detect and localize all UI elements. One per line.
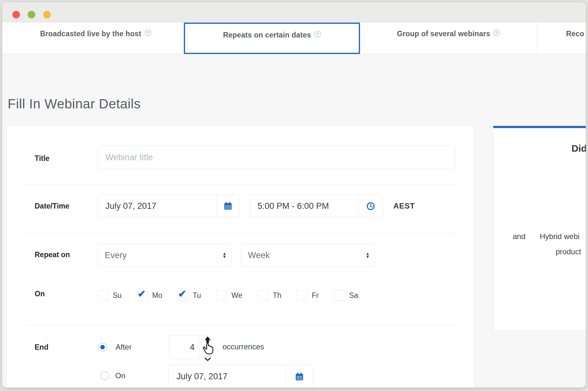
end-date-field <box>169 364 313 388</box>
title-label: Title <box>35 154 50 163</box>
tab-group-of-several-webinars[interactable]: Group of several webinars ? <box>360 23 537 54</box>
weekday-label: Su <box>113 291 122 300</box>
window-titlebar <box>2 2 586 23</box>
days-label: On <box>35 290 45 298</box>
weekday-mo[interactable]: ✔ Mo <box>137 290 162 301</box>
weekday-label: Fr <box>312 291 319 300</box>
tab-repeats-on-certain-dates[interactable]: Repeats on certain dates ? <box>184 23 360 54</box>
clock-icon <box>366 202 375 210</box>
repeat-interval-select[interactable]: Every ▲▼ <box>97 244 232 267</box>
checkbox[interactable]: ✔ <box>216 290 227 301</box>
webinar-title-input[interactable] <box>98 153 455 162</box>
tab-label: Repeats on certain dates <box>223 31 311 53</box>
end-after-label: After <box>116 343 132 352</box>
app-window: Broadcasted live by the host ? Repeats o… <box>2 2 586 388</box>
row-divider <box>26 326 455 326</box>
tab-recorded[interactable]: Reco <box>537 23 586 54</box>
row-divider <box>26 233 455 233</box>
checkbox[interactable]: ✔ <box>257 290 268 301</box>
weekday-su[interactable]: ✔ Su <box>97 290 122 301</box>
time-range-field <box>250 195 383 217</box>
close-window-icon[interactable] <box>12 11 20 18</box>
end-label: End <box>35 343 48 352</box>
checkbox[interactable]: ✔ <box>297 290 307 301</box>
panel-text-and: and <box>513 232 525 241</box>
webinar-type-tabbar: Broadcasted live by the host ? Repeats o… <box>2 23 586 54</box>
calendar-icon <box>295 373 304 381</box>
zoom-window-icon[interactable] <box>43 11 51 18</box>
occurrences-suffix: occurrences <box>223 342 264 351</box>
title-input-box <box>97 146 455 169</box>
row-divider <box>26 185 455 185</box>
datetime-label: Date/Time <box>35 202 70 210</box>
select-spinner-icon: ▲▼ <box>361 252 375 258</box>
weekday-tu[interactable]: ✔ Tu <box>177 290 201 301</box>
start-date-input[interactable] <box>98 201 216 211</box>
checkbox[interactable]: ✔ <box>137 290 148 301</box>
checkbox[interactable]: ✔ <box>334 290 345 301</box>
start-date-field <box>97 195 239 217</box>
radio-dot <box>100 345 105 349</box>
count-cell <box>169 342 199 352</box>
weekday-we[interactable]: ✔ We <box>216 290 242 301</box>
repeat-interval-value: Every <box>98 250 217 260</box>
end-on-label: On <box>115 371 125 380</box>
checkmark-icon: ✔ <box>137 288 146 300</box>
end-after-radio[interactable] <box>98 343 107 352</box>
weekday-th[interactable]: ✔ Th <box>257 290 281 301</box>
timezone-label: AEST <box>393 202 415 210</box>
weekday-label: Tu <box>193 291 201 300</box>
webinar-details-card: Title Date/Time <box>6 126 474 388</box>
weekday-label: Mo <box>152 291 162 300</box>
time-picker-button[interactable] <box>358 195 383 217</box>
weekday-label: Th <box>273 291 281 300</box>
select-spinner-icon: ▲▼ <box>217 252 231 258</box>
tab-broadcasted-live[interactable]: Broadcasted live by the host ? <box>7 23 184 54</box>
did-you-know-panel <box>493 126 586 331</box>
panel-text-product: product <box>556 247 581 256</box>
weekday-label: Sa <box>349 291 358 300</box>
end-date-input[interactable] <box>169 372 286 381</box>
date-picker-button[interactable] <box>216 195 239 217</box>
weekday-label: We <box>231 291 242 300</box>
calendar-icon <box>224 202 232 210</box>
panel-text-hybrid[interactable]: Hybrid webi <box>540 232 579 241</box>
weekday-sa[interactable]: ✔ Sa <box>334 290 358 301</box>
tab-label: Reco <box>566 30 584 54</box>
tab-label: Group of several webinars <box>397 30 490 54</box>
repeat-unit-value: Week <box>241 250 361 260</box>
page-title: Fill In Webinar Details <box>8 96 141 112</box>
weekday-fr[interactable]: ✔ Fr <box>297 290 319 301</box>
repeat-on-label: Repeat on <box>35 250 70 259</box>
tab-label: Broadcasted live by the host <box>40 30 141 54</box>
weekday-checkbox-row: ✔ Su ✔ Mo ✔ Tu ✔ We ✔ Th ✔ Fr <box>97 290 358 301</box>
help-icon[interactable]: ? <box>144 30 151 36</box>
checkbox[interactable]: ✔ <box>97 290 108 301</box>
checkbox[interactable]: ✔ <box>177 290 188 301</box>
end-date-picker-button[interactable] <box>286 365 313 388</box>
help-icon[interactable]: ? <box>314 31 321 38</box>
mouse-cursor-icon <box>200 336 215 361</box>
occurrence-count-input[interactable] <box>169 342 199 352</box>
time-range-input[interactable] <box>250 201 358 211</box>
end-on-radio[interactable] <box>100 371 109 380</box>
minimize-window-icon[interactable] <box>28 11 35 18</box>
repeat-unit-select[interactable]: Week ▲▼ <box>241 244 375 267</box>
panel-heading: Did <box>571 143 586 154</box>
help-icon[interactable]: ? <box>493 30 500 36</box>
checkmark-icon: ✔ <box>178 288 186 300</box>
